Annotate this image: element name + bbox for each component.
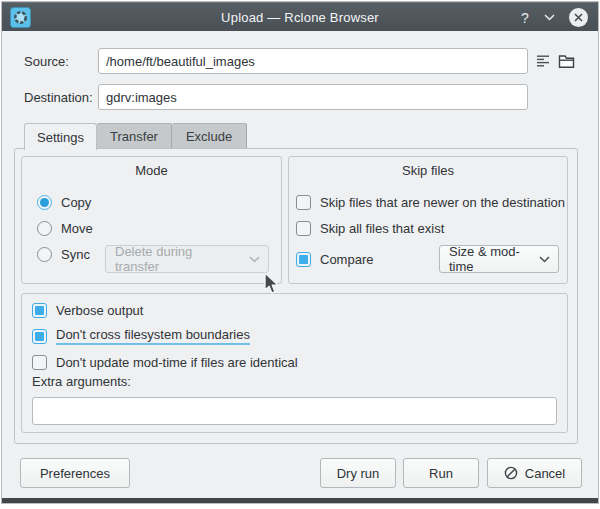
help-button[interactable]: ? xyxy=(514,3,536,32)
close-icon xyxy=(569,8,588,27)
chevron-down-icon xyxy=(249,256,260,263)
checkbox-no-update-modtime[interactable]: Don't update mod-time if files are ident… xyxy=(32,354,298,370)
chevron-down-icon xyxy=(539,256,550,263)
compare-mode-dropdown[interactable]: Size & mod-time xyxy=(439,245,559,273)
checkbox-no-cross-filesystem[interactable]: Don't cross filesystem boundaries xyxy=(32,328,250,344)
extra-arguments-label: Extra arguments: xyxy=(32,374,131,389)
checkbox-icon xyxy=(32,355,47,370)
checkbox-verbose-output[interactable]: Verbose output xyxy=(32,302,143,318)
sync-delete-dropdown: Delete during transfer xyxy=(105,245,269,273)
radio-icon xyxy=(37,247,52,262)
tab-transfer[interactable]: Transfer xyxy=(97,123,172,149)
rclone-app-icon xyxy=(10,7,31,28)
mode-radio-copy[interactable]: Copy xyxy=(37,194,91,210)
checkbox-checked-icon xyxy=(32,329,47,344)
source-input[interactable] xyxy=(98,48,528,74)
chevron-down-icon xyxy=(544,14,555,21)
cancel-prohibition-icon xyxy=(504,466,518,480)
extra-arguments-input[interactable] xyxy=(32,397,557,425)
mode-group-title: Mode xyxy=(22,163,281,178)
skip-files-groupbox: Skip files Skip files that are newer on … xyxy=(288,156,568,284)
upload-dialog-window: Upload — Rclone Browser ? Source: Destin… xyxy=(2,2,598,503)
browse-folder-icon[interactable] xyxy=(556,51,576,71)
run-button[interactable]: Run xyxy=(403,458,479,488)
checkbox-checked-icon xyxy=(32,303,47,318)
skip-files-group-title: Skip files xyxy=(289,163,567,178)
checkbox-checked-icon xyxy=(296,252,311,267)
window-title: Upload — Rclone Browser xyxy=(2,10,598,25)
shade-button[interactable] xyxy=(538,3,560,32)
checkbox-skip-newer[interactable]: Skip files that are newer on the destina… xyxy=(296,194,565,210)
source-label: Source: xyxy=(24,48,69,74)
screen: Upload — Rclone Browser ? Source: Destin… xyxy=(0,0,600,509)
checkbox-skip-existing[interactable]: Skip all files that exist xyxy=(296,220,444,236)
checkbox-icon xyxy=(296,221,311,236)
options-groupbox: Verbose output Don't cross filesystem bo… xyxy=(21,293,568,433)
dry-run-button[interactable]: Dry run xyxy=(320,458,396,488)
text-list-icon[interactable] xyxy=(533,51,553,71)
tab-settings[interactable]: Settings xyxy=(24,123,97,150)
preferences-button[interactable]: Preferences xyxy=(20,458,130,488)
checkbox-icon xyxy=(296,195,311,210)
help-icon: ? xyxy=(521,10,529,26)
destination-input[interactable] xyxy=(98,84,528,110)
radio-selected-icon xyxy=(37,195,52,210)
mode-radio-sync[interactable]: Sync xyxy=(37,246,90,262)
settings-tab-pane: Mode Copy Move Sync Delete during transf… xyxy=(14,148,578,444)
titlebar[interactable]: Upload — Rclone Browser ? xyxy=(2,2,598,31)
mode-groupbox: Mode Copy Move Sync Delete during transf… xyxy=(21,156,282,284)
tab-exclude[interactable]: Exclude xyxy=(172,123,247,149)
checkbox-compare[interactable]: Compare xyxy=(296,251,373,267)
close-button[interactable] xyxy=(566,3,590,32)
cancel-button[interactable]: Cancel xyxy=(487,458,582,488)
radio-icon xyxy=(37,221,52,236)
destination-label: Destination: xyxy=(24,84,93,110)
mode-radio-move[interactable]: Move xyxy=(37,220,93,236)
